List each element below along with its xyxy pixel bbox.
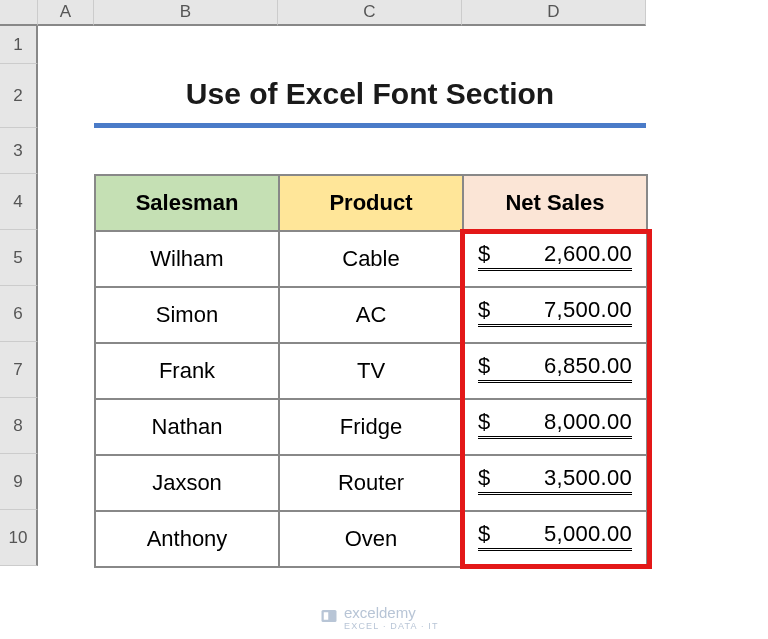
- row-header-8[interactable]: 8: [0, 398, 38, 454]
- net-value: 8,000.00: [544, 409, 632, 435]
- watermark: exceldemy EXCEL · DATA · IT: [320, 604, 439, 631]
- cell-salesman[interactable]: Wilham: [95, 231, 279, 287]
- cell-product[interactable]: Cable: [279, 231, 463, 287]
- table-row: Anthony Oven $5,000.00: [95, 511, 647, 567]
- row-header-5[interactable]: 5: [0, 230, 38, 286]
- column-headers: A B C D: [38, 0, 646, 26]
- table-row: Nathan Fridge $8,000.00: [95, 399, 647, 455]
- header-product[interactable]: Product: [279, 175, 463, 231]
- data-table: Salesman Product Net Sales Wilham Cable …: [94, 174, 648, 568]
- table-row: Simon AC $7,500.00: [95, 287, 647, 343]
- currency-symbol: $: [478, 465, 490, 491]
- logo-icon: [320, 607, 338, 628]
- net-value: 5,000.00: [544, 521, 632, 547]
- cell-product[interactable]: Oven: [279, 511, 463, 567]
- row-headers: 1 2 3 4 5 6 7 8 9 10: [0, 26, 38, 566]
- cell-netsales[interactable]: $8,000.00: [463, 399, 647, 455]
- cell-salesman[interactable]: Frank: [95, 343, 279, 399]
- net-value: 7,500.00: [544, 297, 632, 323]
- row-header-4[interactable]: 4: [0, 174, 38, 230]
- cell-netsales[interactable]: $6,850.00: [463, 343, 647, 399]
- table-header-row: Salesman Product Net Sales: [95, 175, 647, 231]
- table-row: Jaxson Router $3,500.00: [95, 455, 647, 511]
- net-value: 3,500.00: [544, 465, 632, 491]
- header-netsales[interactable]: Net Sales: [463, 175, 647, 231]
- col-header-a[interactable]: A: [38, 0, 94, 26]
- net-value: 6,850.00: [544, 353, 632, 379]
- cell-netsales[interactable]: $3,500.00: [463, 455, 647, 511]
- currency-symbol: $: [478, 297, 490, 323]
- table-row: Wilham Cable $2,600.00: [95, 231, 647, 287]
- page-title: Use of Excel Font Section: [94, 64, 646, 128]
- spreadsheet-grid: Use of Excel Font Section Salesman Produ…: [38, 26, 768, 639]
- currency-symbol: $: [478, 353, 490, 379]
- row-header-3[interactable]: 3: [0, 128, 38, 174]
- watermark-tagline: EXCEL · DATA · IT: [344, 621, 439, 631]
- row-header-10[interactable]: 10: [0, 510, 38, 566]
- table-row: Frank TV $6,850.00: [95, 343, 647, 399]
- net-value: 2,600.00: [544, 241, 632, 267]
- svg-rect-1: [324, 612, 329, 620]
- col-header-b[interactable]: B: [94, 0, 278, 26]
- col-header-c[interactable]: C: [278, 0, 462, 26]
- cell-salesman[interactable]: Anthony: [95, 511, 279, 567]
- cell-salesman[interactable]: Jaxson: [95, 455, 279, 511]
- select-all-corner[interactable]: [0, 0, 38, 26]
- row-header-6[interactable]: 6: [0, 286, 38, 342]
- currency-symbol: $: [478, 241, 490, 267]
- row-header-1[interactable]: 1: [0, 26, 38, 64]
- cell-product[interactable]: Router: [279, 455, 463, 511]
- cell-salesman[interactable]: Simon: [95, 287, 279, 343]
- cell-netsales[interactable]: $5,000.00: [463, 511, 647, 567]
- cell-product[interactable]: AC: [279, 287, 463, 343]
- cell-product[interactable]: TV: [279, 343, 463, 399]
- cell-product[interactable]: Fridge: [279, 399, 463, 455]
- currency-symbol: $: [478, 521, 490, 547]
- watermark-brand: exceldemy: [344, 604, 439, 621]
- row-header-9[interactable]: 9: [0, 454, 38, 510]
- row-header-7[interactable]: 7: [0, 342, 38, 398]
- col-header-d[interactable]: D: [462, 0, 646, 26]
- cell-netsales[interactable]: $7,500.00: [463, 287, 647, 343]
- cell-netsales[interactable]: $2,600.00: [463, 231, 647, 287]
- cell-salesman[interactable]: Nathan: [95, 399, 279, 455]
- currency-symbol: $: [478, 409, 490, 435]
- row-header-2[interactable]: 2: [0, 64, 38, 128]
- header-salesman[interactable]: Salesman: [95, 175, 279, 231]
